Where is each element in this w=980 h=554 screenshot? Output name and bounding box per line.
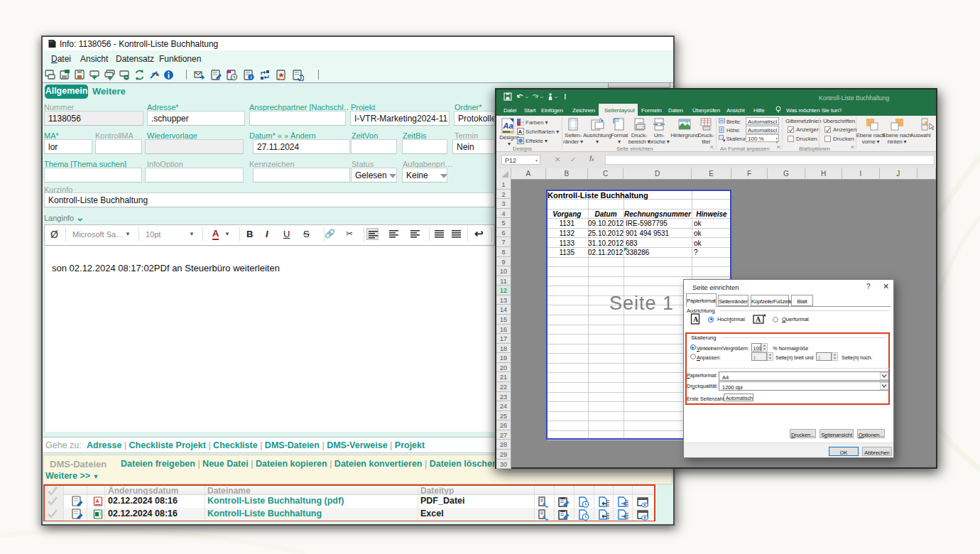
svg-text:A: A [96, 499, 99, 504]
svg-text:A: A [756, 315, 761, 323]
svg-text:A: A [693, 315, 699, 323]
svg-text:Aa: Aa [503, 121, 513, 130]
svg-text:A: A [518, 129, 523, 135]
